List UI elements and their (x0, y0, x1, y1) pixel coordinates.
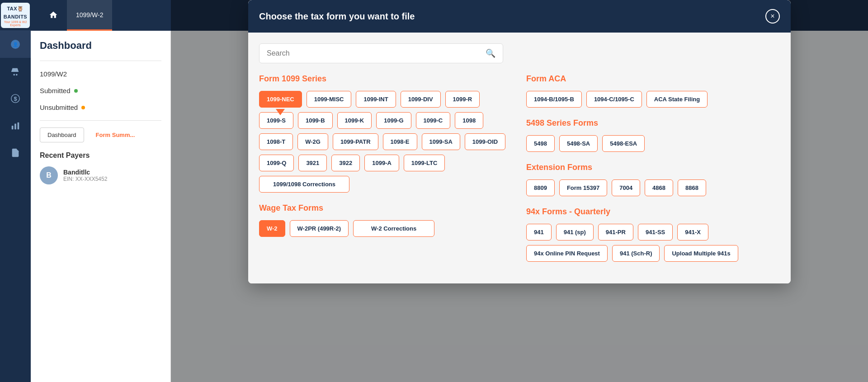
btn-upload-941[interactable]: Upload Multiple 941s (664, 245, 738, 262)
form-5498-title: 5498 Series Forms (526, 118, 780, 128)
btn-1099-corrections[interactable]: 1099/1098 Corrections (259, 176, 349, 193)
btn-8809[interactable]: 8809 (526, 179, 555, 196)
btn-w2g[interactable]: W-2G (297, 133, 328, 150)
dashboard-title: Dashboard (40, 40, 161, 52)
btn-94x-pin[interactable]: 94x Online PIN Request (526, 245, 608, 262)
modal-close-button[interactable]: × (765, 9, 780, 24)
94x-forms-buttons: 941 941 (sp) 941-PR 941-SS 941-X 94x Onl… (526, 224, 780, 262)
modal-overlay: Choose the tax form you want to file × 🔍 (171, 0, 868, 382)
btn-1099-c[interactable]: 1099-C (416, 112, 451, 129)
btn-4868[interactable]: 4868 (645, 179, 673, 196)
search-box: 🔍 (259, 43, 503, 63)
btn-w2-corrections[interactable]: W-2 Corrections (353, 220, 434, 237)
payer-name: Banditllc (63, 169, 107, 176)
btn-1099-patr[interactable]: 1099-PATR (333, 133, 378, 150)
svg-text:👤: 👤 (13, 42, 19, 47)
btn-1099-g[interactable]: 1099-G (376, 112, 411, 129)
btn-5498-sa[interactable]: 5498-SA (559, 135, 598, 152)
sidebar-item-file[interactable] (0, 139, 31, 166)
sidebar: TAX🦉BANDITS Your 1099 & W2 Experts 👤 $ (0, 0, 31, 382)
94x-forms-section: 94x Forms - Quarterly 941 941 (sp) 941-P… (526, 207, 780, 262)
btn-3921[interactable]: 3921 (298, 155, 327, 171)
svg-rect-6 (12, 126, 14, 129)
btn-1099-r[interactable]: 1099-R (445, 91, 480, 108)
form-summary-button[interactable]: Form Summ... (89, 127, 142, 142)
unsubmitted-label: Unsubmitted (40, 104, 78, 111)
nav-submitted[interactable]: Submitted (40, 82, 161, 99)
btn-3922[interactable]: 3922 (331, 155, 360, 171)
btn-5498[interactable]: 5498 (526, 135, 555, 152)
extension-forms-title: Extension Forms (526, 163, 780, 172)
tax-form-modal: Choose the tax form you want to file × 🔍 (248, 0, 791, 283)
btn-1099-a[interactable]: 1099-A (364, 155, 399, 171)
btn-941-schr[interactable]: 941 (Sch-R) (612, 245, 660, 262)
modal-body: 🔍 Form 1099 Series 1099-NEC 1099-MISC (248, 33, 791, 283)
btn-1099-misc[interactable]: 1099-MISC (307, 91, 352, 108)
btn-1099-oid[interactable]: 1099-OID (465, 133, 505, 150)
form-1099-section: Form 1099 Series 1099-NEC 1099-MISC 1099… (259, 74, 513, 193)
btn-w2pr[interactable]: W-2PR (499R-2) (290, 220, 349, 237)
form-aca-section: Form ACA 1094-B/1095-B 1094-C/1095-C ACA… (526, 74, 780, 108)
modal-title: Choose the tax form you want to file (259, 11, 415, 22)
btn-form15397[interactable]: Form 15397 (559, 179, 607, 196)
dashboard-button[interactable]: Dashboard (40, 127, 84, 142)
main-content: 1099/W-2 Dashboard 1099/W2 Submitted Uns… (31, 0, 868, 382)
nav-home-tab[interactable] (40, 0, 67, 31)
form-5498-buttons: 5498 5498-SA 5498-ESA (526, 135, 780, 152)
payer-avatar: B (40, 166, 58, 184)
btn-1099-div[interactable]: 1099-DIV (401, 91, 441, 108)
form-aca-title: Form ACA (526, 74, 780, 84)
forms-grid: Form 1099 Series 1099-NEC 1099-MISC 1099… (259, 74, 780, 273)
btn-w2[interactable]: W-2 (259, 220, 285, 237)
btn-941[interactable]: 941 (526, 224, 552, 241)
btn-1099-nec[interactable]: 1099-NEC (259, 91, 302, 108)
btn-941-pr[interactable]: 941-PR (598, 224, 633, 241)
sidebar-item-cart[interactable] (0, 58, 31, 85)
form-1099-buttons: 1099-NEC 1099-MISC 1099-INT 1099-DIV 109… (259, 91, 513, 193)
form-aca-buttons: 1094-B/1095-B 1094-C/1095-C ACA State Fi… (526, 91, 780, 108)
wage-tax-section: Wage Tax Forms W-2 W-2PR (499R-2) W-2 Co… (259, 203, 513, 237)
wage-tax-buttons: W-2 W-2PR (499R-2) W-2 Corrections (259, 220, 513, 237)
btn-8868[interactable]: 8868 (678, 179, 706, 196)
left-panel: Dashboard 1099/W2 Submitted Unsubmitted … (31, 31, 171, 382)
btn-1099-ltc[interactable]: 1099-LTC (404, 155, 445, 171)
right-forms-column: Form ACA 1094-B/1095-B 1094-C/1095-C ACA… (526, 74, 780, 273)
btn-941-x[interactable]: 941-X (677, 224, 708, 241)
btn-1099-b[interactable]: 1099-B (298, 112, 333, 129)
btn-1098-e[interactable]: 1098-E (383, 133, 417, 150)
btn-aca-state[interactable]: ACA State Filing (646, 91, 708, 108)
btn-1098[interactable]: 1098 (455, 112, 483, 129)
payer-item[interactable]: B Banditllc EIN: XX-XXX5452 (40, 166, 161, 184)
action-buttons: Dashboard Form Summ... (40, 127, 161, 142)
svg-point-2 (13, 74, 15, 76)
btn-941-sp[interactable]: 941 (sp) (556, 224, 594, 241)
search-container: 🔍 (259, 43, 780, 63)
search-input[interactable] (267, 49, 481, 57)
btn-1099-sa[interactable]: 1099-SA (422, 133, 460, 150)
form-5498-section: 5498 Series Forms 5498 5498-SA 5498-ESA (526, 118, 780, 152)
btn-1094b-1095b[interactable]: 1094-B/1095-B (526, 91, 582, 108)
submitted-label: Submitted (40, 87, 71, 94)
svg-text:$: $ (14, 95, 17, 102)
sidebar-item-chart[interactable] (0, 112, 31, 139)
btn-7004[interactable]: 7004 (612, 179, 640, 196)
payer-info: Banditllc EIN: XX-XXX5452 (63, 169, 107, 182)
search-icon: 🔍 (486, 48, 495, 58)
btn-1099-k[interactable]: 1099-K (337, 112, 372, 129)
extension-forms-buttons: 8809 Form 15397 7004 4868 8868 (526, 179, 780, 196)
btn-1098-t[interactable]: 1098-T (259, 133, 293, 150)
sidebar-item-dollar[interactable]: $ (0, 85, 31, 112)
btn-5498-esa[interactable]: 5498-ESA (602, 135, 645, 152)
nav-unsubmitted[interactable]: Unsubmitted (40, 99, 161, 116)
nav-1099-tab[interactable]: 1099/W-2 (67, 0, 112, 31)
btn-941-ss[interactable]: 941-SS (638, 224, 673, 241)
nav-1099w2[interactable]: 1099/W2 (40, 66, 161, 82)
svg-point-3 (16, 74, 18, 76)
sidebar-logo: TAX🦉BANDITS Your 1099 & W2 Experts (0, 0, 31, 31)
btn-1099-int[interactable]: 1099-INT (356, 91, 396, 108)
btn-1099-q[interactable]: 1099-Q (259, 155, 294, 171)
payer-ein: EIN: XX-XXX5452 (63, 176, 107, 182)
btn-1094c-1095c[interactable]: 1094-C/1095-C (586, 91, 642, 108)
sidebar-item-home[interactable]: 👤 (0, 31, 31, 58)
form-1099-title: Form 1099 Series (259, 74, 513, 84)
